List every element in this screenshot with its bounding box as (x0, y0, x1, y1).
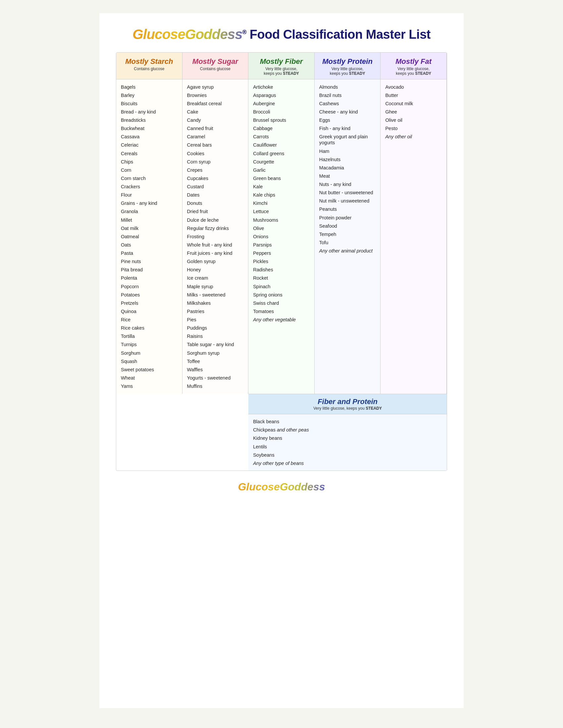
fiber-protein-section: Fiber and Protein Very little glucose, k… (248, 394, 447, 471)
food-item: Pretzels (121, 299, 177, 307)
food-item: Brownies (187, 91, 244, 99)
food-item: Turnips (121, 341, 177, 349)
food-item: Olive (253, 224, 310, 232)
food-item: Candy (187, 116, 244, 124)
food-item: Olive oil (385, 116, 442, 124)
food-item: Protein powder (319, 213, 376, 222)
food-item: Almonds (319, 83, 376, 91)
col-subtitle-fat: Very little glucose, keeps you STEADY (385, 67, 443, 76)
food-item: Butter (385, 91, 442, 99)
food-item: Grains - any kind (121, 199, 177, 207)
food-item: Regular fizzy drinks (187, 224, 244, 232)
food-item: Any other animal product (319, 247, 376, 255)
food-item: Flour (121, 191, 177, 199)
food-item: Yogurts - sweetened (187, 374, 244, 382)
fp-subtitle: Very little glucose, keeps you STEADY (253, 406, 442, 411)
food-item: Yams (121, 382, 177, 390)
food-item: Crepes (187, 166, 244, 174)
food-item: Caramel (187, 133, 244, 141)
food-item: Artichoke (253, 83, 310, 91)
footer: GlucoseGoddess (116, 481, 447, 493)
food-item: Golden syrup (187, 257, 244, 266)
food-item: Peppers (253, 249, 310, 257)
food-item: Pickles (253, 257, 310, 266)
food-item: Garlic (253, 166, 310, 174)
col-header-starch: Mostly Starch Contains glucose (116, 53, 182, 79)
food-item: Kale chips (253, 191, 310, 199)
col-header-fat: Mostly Fat Very little glucose, keeps yo… (381, 53, 447, 79)
col-subtitle-starch: Contains glucose (120, 67, 178, 71)
food-item: Brussel sprouts (253, 116, 310, 124)
food-item: Polenta (121, 274, 177, 282)
food-item: Waffles (187, 365, 244, 374)
food-item: Breadsticks (121, 116, 177, 124)
col-header-sugar: Mostly Sugar Contains glucose (182, 53, 249, 79)
food-item: Any other oil (385, 133, 442, 141)
food-table: Mostly Starch Contains glucose Mostly Su… (116, 52, 447, 471)
food-item: Oats (121, 241, 177, 249)
food-item: Onions (253, 232, 310, 241)
food-item: Nut butter - unsweetened (319, 189, 376, 197)
col-body-sugar: Agave syrupBrowniesBreakfast cerealCakeC… (182, 79, 249, 394)
col-subtitle-sugar: Contains glucose (186, 67, 244, 71)
food-item: Potatoes (121, 291, 177, 299)
food-item: Raisins (187, 332, 244, 341)
food-item: Popcorn (121, 282, 177, 291)
food-item: Asparagus (253, 91, 310, 99)
food-item: Spring onions (253, 291, 310, 299)
food-item: Coconut milk (385, 99, 442, 108)
food-item: Chips (121, 158, 177, 166)
col-body-fiber: ArtichokeAsparagusAubergineBroccoliBruss… (248, 79, 315, 394)
food-item: Any other vegetable (253, 316, 310, 324)
food-item: Brazil nuts (319, 91, 376, 99)
food-item: Bread - any kind (121, 108, 177, 116)
food-item: Nut milk - unsweetened (319, 197, 376, 205)
food-item: Ghee (385, 108, 442, 116)
food-item: Cabbage (253, 124, 310, 133)
food-item: Fish - any kind (319, 124, 376, 133)
page-title: Food Classification Master List (250, 27, 431, 42)
food-item: Pasta (121, 249, 177, 257)
header: GlucoseGoddess® Food Classification Mast… (116, 26, 447, 42)
food-item: Broccoli (253, 108, 310, 116)
col-header-fiber: Mostly Fiber Very little glucose, keeps … (248, 53, 315, 79)
food-item: Breakfast cereal (187, 99, 244, 108)
food-item: Squash (121, 357, 177, 365)
food-item: Cookies (187, 149, 244, 158)
brand-name: GlucoseGoddess (132, 26, 242, 42)
food-item: Kidney beans (253, 434, 442, 442)
food-item: Swiss chard (253, 299, 310, 307)
food-item: Tortilla (121, 332, 177, 341)
food-item: Toffee (187, 357, 244, 365)
food-item: Cereal bars (187, 141, 244, 149)
col-body-starch: BagelsBarleyBiscuitsBread - any kindBrea… (116, 79, 182, 394)
food-item: Nuts - any kind (319, 180, 376, 189)
food-item: Any other type of beans (253, 459, 442, 467)
food-item: Cereals (121, 149, 177, 158)
food-item: Sorghum (121, 349, 177, 357)
col-subtitle-fiber: Very little glucose, keeps you STEADY (252, 67, 310, 76)
food-item: Milkshakes (187, 299, 244, 307)
food-item: Aubergine (253, 99, 310, 108)
col-body-fat: AvocadoButterCoconut milkGheeOlive oilPe… (381, 79, 447, 394)
food-item: Barley (121, 91, 177, 99)
food-item: Oatmeal (121, 232, 177, 241)
food-item: Tofu (319, 238, 376, 247)
col-title-protein: Mostly Protein (319, 57, 377, 66)
food-item: Peanuts (319, 205, 376, 213)
food-item: Pesto (385, 124, 442, 133)
food-item: Dried fruit (187, 207, 244, 216)
food-item: Spinach (253, 282, 310, 291)
food-item: Millet (121, 216, 177, 224)
food-item: Honey (187, 266, 244, 274)
food-item: Oat milk (121, 224, 177, 232)
fp-title: Fiber and Protein (253, 397, 442, 406)
food-item: Seafood (319, 222, 376, 230)
food-item: Bagels (121, 83, 177, 91)
food-item: Pastries (187, 307, 244, 315)
food-item: Wheat (121, 374, 177, 382)
food-item: Lettuce (253, 207, 310, 216)
food-item: Crackers (121, 183, 177, 191)
food-item: Tomatoes (253, 307, 310, 315)
food-item: Rice cakes (121, 324, 177, 332)
